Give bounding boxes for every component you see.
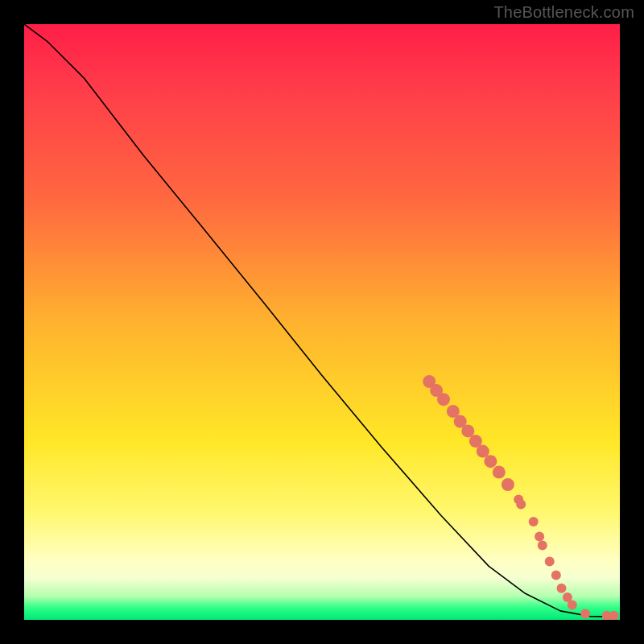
- data-point-marker: [529, 517, 539, 526]
- data-point-marker: [535, 531, 544, 541]
- data-point-marker: [437, 393, 450, 406]
- data-point-marker: [461, 424, 474, 437]
- data-point-marker: [580, 609, 590, 619]
- chart-area: [24, 24, 620, 620]
- data-point-marker: [516, 499, 526, 509]
- chart-overlay: [24, 24, 620, 620]
- data-point-marker: [484, 455, 497, 468]
- watermark-text: TheBottleneck.com: [493, 3, 634, 22]
- data-point-marker: [502, 478, 514, 491]
- curve-line: [24, 24, 614, 617]
- data-point-marker: [477, 445, 489, 458]
- marker-group: [423, 375, 618, 620]
- data-point-marker: [551, 571, 561, 580]
- data-point-marker: [545, 557, 555, 567]
- data-point-marker: [493, 466, 506, 479]
- data-point-marker: [557, 584, 567, 593]
- data-point-marker: [568, 601, 577, 610]
- data-point-marker: [609, 611, 619, 620]
- data-point-marker: [538, 541, 547, 551]
